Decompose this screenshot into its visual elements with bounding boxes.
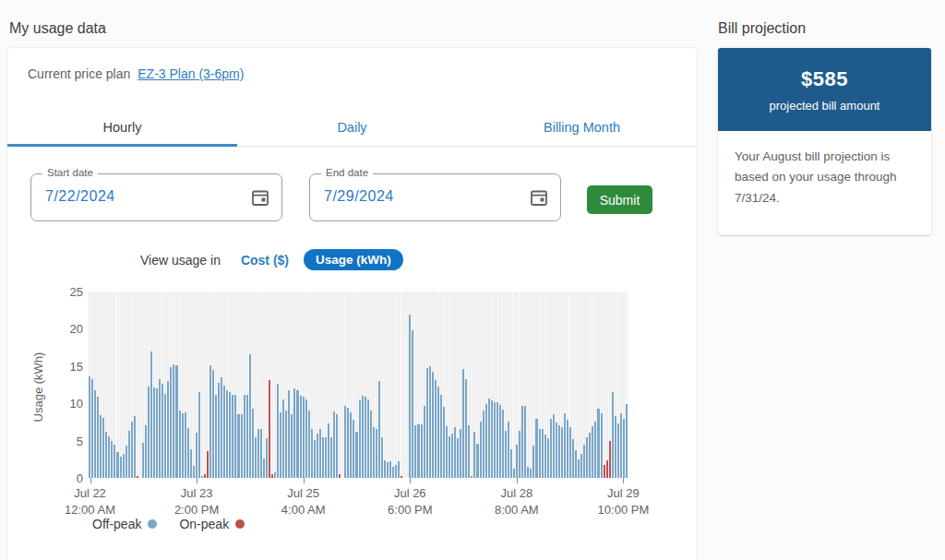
off-peak-usage-bar[interactable] — [308, 411, 310, 478]
off-peak-usage-bar[interactable] — [449, 436, 450, 478]
off-peak-usage-bar[interactable] — [303, 397, 305, 478]
off-peak-usage-bar[interactable] — [145, 425, 147, 478]
off-peak-usage-bar[interactable] — [314, 440, 316, 478]
off-peak-usage-bar[interactable] — [241, 414, 243, 478]
submit-button[interactable]: Submit — [587, 185, 652, 214]
off-peak-usage-bar[interactable] — [218, 383, 220, 478]
off-peak-usage-bar[interactable] — [89, 376, 90, 478]
off-peak-usage-bar[interactable] — [362, 396, 364, 478]
off-peak-usage-bar[interactable] — [347, 408, 349, 478]
off-peak-usage-bar[interactable] — [462, 369, 464, 478]
off-peak-usage-bar[interactable] — [597, 409, 599, 478]
on-peak-usage-bar[interactable] — [269, 380, 270, 478]
off-peak-usage-bar[interactable] — [311, 429, 313, 478]
off-peak-usage-bar[interactable] — [179, 411, 181, 478]
off-peak-usage-bar[interactable] — [550, 419, 552, 478]
off-peak-usage-bar[interactable] — [626, 404, 628, 478]
off-peak-usage-bar[interactable] — [355, 432, 357, 478]
off-peak-usage-bar[interactable] — [499, 405, 501, 478]
off-peak-usage-bar[interactable] — [108, 436, 110, 478]
off-peak-usage-bar[interactable] — [429, 366, 431, 478]
off-peak-usage-bar[interactable] — [229, 392, 231, 478]
off-peak-usage-bar[interactable] — [508, 422, 509, 478]
off-peak-usage-bar[interactable] — [376, 429, 377, 478]
off-peak-usage-bar[interactable] — [359, 400, 361, 478]
off-peak-usage-bar[interactable] — [432, 372, 434, 478]
off-peak-usage-bar[interactable] — [296, 390, 298, 478]
off-peak-usage-bar[interactable] — [516, 445, 518, 478]
off-peak-usage-bar[interactable] — [519, 431, 520, 478]
off-peak-usage-bar[interactable] — [156, 388, 158, 478]
calendar-icon[interactable] — [250, 187, 270, 208]
off-peak-usage-bar[interactable] — [370, 411, 372, 478]
off-peak-usage-bar[interactable] — [586, 437, 588, 478]
off-peak-usage-bar[interactable] — [187, 428, 189, 478]
off-peak-usage-bar[interactable] — [91, 379, 93, 478]
off-peak-usage-bar[interactable] — [567, 420, 568, 478]
off-peak-usage-bar[interactable] — [190, 449, 192, 478]
off-peak-usage-bar[interactable] — [367, 399, 369, 478]
cost-toggle-option[interactable]: Cost ($) — [241, 253, 289, 268]
off-peak-usage-bar[interactable] — [175, 365, 177, 478]
off-peak-usage-bar[interactable] — [510, 449, 512, 479]
off-peak-usage-bar[interactable] — [350, 412, 352, 478]
start-date-value[interactable]: 7/22/2024 — [45, 188, 115, 205]
off-peak-usage-bar[interactable] — [623, 419, 625, 478]
on-peak-usage-bar[interactable] — [207, 451, 209, 478]
off-peak-usage-bar[interactable] — [505, 431, 507, 478]
off-peak-usage-bar[interactable] — [126, 446, 127, 478]
off-peak-usage-bar[interactable] — [223, 386, 225, 478]
off-peak-usage-bar[interactable] — [594, 422, 596, 478]
off-peak-usage-bar[interactable] — [97, 397, 99, 478]
off-peak-usage-bar[interactable] — [496, 402, 498, 478]
off-peak-usage-bar[interactable] — [561, 427, 563, 478]
price-plan-link[interactable]: EZ-3 Plan (3-6pm) — [138, 66, 244, 81]
off-peak-usage-bar[interactable] — [398, 461, 400, 478]
off-peak-usage-bar[interactable] — [198, 392, 200, 478]
off-peak-usage-bar[interactable] — [542, 429, 544, 478]
off-peak-usage-bar[interactable] — [288, 390, 290, 478]
off-peak-usage-bar[interactable] — [532, 446, 534, 478]
off-peak-usage-bar[interactable] — [575, 450, 577, 478]
off-peak-usage-bar[interactable] — [502, 410, 504, 478]
off-peak-usage-bar[interactable] — [435, 380, 437, 478]
off-peak-usage-bar[interactable] — [564, 413, 566, 478]
off-peak-usage-bar[interactable] — [285, 411, 287, 478]
off-peak-usage-bar[interactable] — [384, 460, 386, 478]
off-peak-usage-bar[interactable] — [277, 384, 279, 478]
off-peak-usage-bar[interactable] — [319, 429, 321, 478]
off-peak-usage-bar[interactable] — [193, 466, 195, 478]
off-peak-usage-bar[interactable] — [521, 406, 523, 478]
off-peak-usage-bar[interactable] — [322, 437, 324, 478]
off-peak-usage-bar[interactable] — [395, 465, 397, 478]
off-peak-usage-bar[interactable] — [120, 457, 122, 478]
off-peak-usage-bar[interactable] — [465, 379, 467, 478]
off-peak-usage-bar[interactable] — [167, 381, 169, 478]
off-peak-usage-bar[interactable] — [196, 433, 197, 478]
off-peak-usage-bar[interactable] — [513, 469, 515, 478]
off-peak-usage-bar[interactable] — [221, 377, 222, 478]
off-peak-usage-bar[interactable] — [100, 415, 102, 478]
off-peak-usage-bar[interactable] — [328, 423, 329, 478]
off-peak-usage-bar[interactable] — [260, 429, 262, 478]
off-peak-usage-bar[interactable] — [572, 439, 574, 478]
tab-daily[interactable]: Daily — [237, 113, 467, 146]
off-peak-usage-bar[interactable] — [491, 400, 493, 478]
off-peak-usage-bar[interactable] — [170, 367, 172, 478]
on-peak-usage-bar[interactable] — [606, 460, 608, 478]
off-peak-usage-bar[interactable] — [116, 452, 118, 478]
off-peak-usage-bar[interactable] — [569, 427, 571, 478]
off-peak-usage-bar[interactable] — [601, 413, 603, 478]
off-peak-usage-bar[interactable] — [344, 406, 346, 478]
off-peak-usage-bar[interactable] — [378, 381, 380, 478]
off-peak-usage-bar[interactable] — [389, 461, 391, 478]
off-peak-usage-bar[interactable] — [485, 404, 487, 478]
off-peak-usage-bar[interactable] — [293, 388, 295, 478]
off-peak-usage-bar[interactable] — [159, 379, 161, 478]
off-peak-usage-bar[interactable] — [417, 424, 419, 478]
off-peak-usage-bar[interactable] — [620, 413, 622, 478]
off-peak-usage-bar[interactable] — [252, 409, 254, 478]
off-peak-usage-bar[interactable] — [612, 392, 614, 478]
off-peak-usage-bar[interactable] — [266, 438, 268, 478]
off-peak-usage-bar[interactable] — [589, 433, 591, 478]
